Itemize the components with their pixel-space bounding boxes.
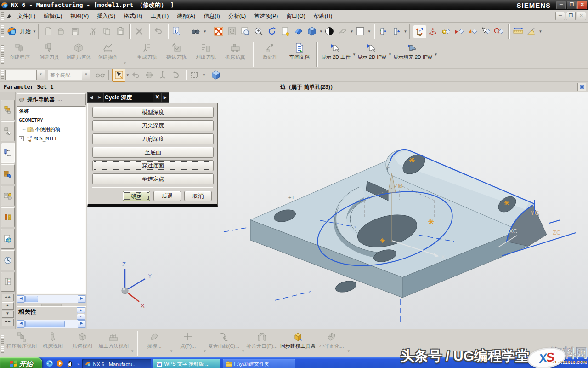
menu-help[interactable]: 帮助(H) [310, 11, 337, 22]
shaded-caret-icon[interactable]: ▼ [319, 29, 323, 34]
scroll-thumb[interactable] [25, 321, 65, 327]
tree-row-mcs-mill[interactable]: + MCS_MILL [17, 134, 85, 143]
new-file-icon[interactable] [42, 25, 55, 38]
dependencies-down-icon[interactable]: ▼ [77, 314, 85, 320]
snap-toggle-caret-icon[interactable]: ▼ [126, 73, 130, 77]
qq-icon[interactable] [66, 360, 74, 368]
reuse-library-tab[interactable] [1, 186, 15, 206]
paste-icon[interactable] [114, 25, 127, 38]
machining-method-view-button[interactable]: 加工方法视图 [97, 330, 130, 356]
dialog-title-bar[interactable]: ◀ ➤ Cycle 深度 ✕ ▶ [87, 92, 169, 103]
toolbar-grip[interactable] [1, 70, 4, 80]
facet-caret-icon[interactable]: ▼ [347, 349, 351, 353]
menu-window[interactable]: 窗口(O) [282, 11, 309, 22]
start-menu-label[interactable]: 开始 [20, 28, 31, 35]
column-header-name[interactable]: 名称 [17, 107, 85, 115]
machining-wizards-tab[interactable] [1, 164, 15, 184]
sphere-icon[interactable] [143, 69, 156, 82]
facet-body-button[interactable]: 小平面化... [317, 330, 346, 356]
geometry-view-button[interactable]: 几何视图 [68, 330, 97, 356]
restore-layout-icon[interactable] [577, 83, 586, 91]
selection-scope-combo[interactable]: ▼ [5, 70, 45, 80]
restore-button[interactable]: ❐ [567, 1, 577, 9]
postprocess-button[interactable]: 后处理 [255, 41, 285, 67]
process-studio-tab[interactable] [1, 207, 15, 228]
undo-selection-icon[interactable] [130, 69, 143, 82]
scroll-right-icon[interactable]: ▶ [78, 320, 85, 328]
find-caret-icon[interactable]: ▼ [203, 29, 207, 34]
toolbar-grip[interactable] [1, 25, 4, 38]
fit-view-icon[interactable] [212, 25, 226, 38]
doc-restore-button[interactable]: ❐ [566, 12, 576, 20]
measure-angle-icon[interactable] [525, 25, 538, 38]
marquee-caret-icon[interactable]: ▼ [202, 73, 206, 77]
navigator-header[interactable]: 操作导航器 ... [17, 93, 86, 105]
point-button[interactable]: 点(P)... [173, 330, 203, 356]
draft-button[interactable]: 拔模... [140, 330, 169, 356]
media-player-icon[interactable] [56, 360, 63, 368]
solid-cube-icon[interactable] [209, 69, 223, 82]
constraint-navigator-tab[interactable] [1, 121, 15, 142]
doc-close-button[interactable]: ✕ [577, 12, 586, 20]
magnifier-icon[interactable] [239, 25, 252, 38]
background-caret-icon[interactable]: ▼ [368, 29, 371, 34]
combo-caret-icon[interactable]: ▼ [82, 70, 90, 80]
menu-tools[interactable]: 工具(T) [147, 11, 173, 22]
hole[interactable] [334, 279, 357, 294]
dialog-back-arrow-icon[interactable]: ◀ [88, 93, 95, 102]
clip-section-icon[interactable] [292, 25, 305, 38]
delete-icon[interactable] [133, 25, 146, 38]
toolbar-grip[interactable] [1, 12, 4, 20]
find-icon[interactable] [189, 25, 203, 38]
menu-assemblies[interactable]: 装配(A) [173, 11, 199, 22]
undo-icon[interactable] [152, 25, 165, 38]
scroll-right-icon[interactable]: ▶ [78, 295, 85, 303]
refresh-view-icon[interactable] [279, 25, 292, 38]
panel-splitter[interactable] [17, 303, 86, 306]
toolbar-grip[interactable] [1, 334, 4, 353]
point-caret-icon[interactable]: ▼ [203, 349, 207, 353]
menu-file[interactable]: 文件(F) [13, 11, 40, 22]
taskbar-item-wps[interactable]: W WPS 文字 抢鲜版 ... [153, 359, 220, 368]
toolbar-grip[interactable] [1, 45, 4, 64]
history-tab[interactable] [1, 250, 15, 270]
background-swatch-icon[interactable] [354, 25, 367, 38]
show-2d-ipw-caret-icon[interactable]: ▼ [388, 52, 392, 57]
tree-row-unused[interactable]: ┈ 不使用的项 [17, 125, 85, 134]
menu-information[interactable]: 信息(I) [199, 11, 224, 22]
show-2d-workpiece-button[interactable]: 显示 2D 工件 [320, 41, 352, 67]
scroll-up-icon[interactable]: ▲ [2, 302, 14, 310]
draft-caret-icon[interactable]: ▼ [170, 349, 173, 353]
view-plane-front-icon[interactable] [377, 25, 390, 38]
dialog-forward-arrow-icon[interactable]: ▶ [161, 93, 169, 102]
create-program-button[interactable]: 创建程序 [5, 41, 34, 67]
assembly-navigator-tab[interactable] [1, 100, 15, 120]
views-group-caret-icon[interactable]: ▼ [130, 349, 134, 353]
start-app-button[interactable] [5, 25, 18, 38]
scroll-left-icon[interactable]: ◀ [17, 320, 25, 328]
doc-minimize-button[interactable]: ─ [555, 12, 565, 20]
close-button[interactable]: ✕ [577, 1, 587, 9]
open-file-icon[interactable] [55, 25, 68, 38]
shaded-cube-icon[interactable] [305, 25, 319, 38]
tool-tip-depth-button[interactable]: 刀尖深度 [92, 120, 214, 131]
machine-tool-view-button[interactable]: 机床视图 [38, 330, 68, 356]
glasses-icon[interactable] [93, 69, 107, 82]
show-2d-ipw-button[interactable]: 显示 2D IPW [356, 41, 388, 67]
save-icon[interactable] [68, 25, 82, 38]
show-filled-2d-ipw-button[interactable]: 显示填充 2D IPW [392, 41, 434, 67]
combo-caret-icon[interactable]: ▼ [36, 70, 45, 80]
scroll-left-icon[interactable]: ◀ [17, 295, 25, 303]
menu-analysis[interactable]: 分析(L) [224, 11, 250, 22]
snap-point-toggle-icon[interactable] [112, 69, 125, 82]
tool-shoulder-depth-button[interactable]: 刀肩深度 [92, 133, 214, 144]
view-plane-side-icon[interactable] [390, 25, 403, 38]
show-2d-workpiece-caret-icon[interactable]: ▼ [352, 52, 356, 57]
expand-icon[interactable]: + [19, 136, 24, 141]
scroll-down-icon[interactable]: ▼ [2, 310, 14, 318]
ok-button[interactable]: 确定 [123, 191, 150, 201]
measure-caret-icon[interactable]: ▼ [539, 29, 543, 34]
composite-curve-button[interactable]: 复合曲线(C)... [207, 330, 241, 356]
snap-swirl-icon[interactable] [493, 25, 506, 38]
navigator-more[interactable]: ... [57, 96, 62, 103]
